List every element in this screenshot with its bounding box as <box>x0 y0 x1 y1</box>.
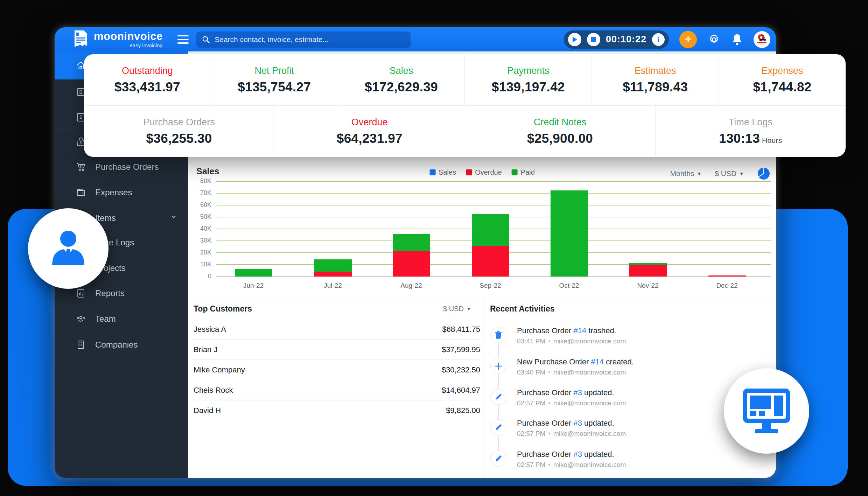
kpi-value: 130:13Hours <box>719 131 782 146</box>
customers-currency-dropdown[interactable]: $ USD▼ <box>443 305 471 313</box>
user-avatar[interactable] <box>754 31 770 48</box>
businessman-badge <box>28 208 108 289</box>
chart-legend: SalesOverduePaid <box>429 168 535 176</box>
global-search[interactable] <box>196 32 411 48</box>
dashboard-badge <box>724 368 809 454</box>
activity-time: 02:57 PM <box>517 430 545 437</box>
period-dropdown[interactable]: Months▼ <box>670 169 702 178</box>
sidebar-item-label: Reports <box>95 288 125 298</box>
y-axis-tick: 50K <box>189 213 211 221</box>
gridline <box>216 240 771 241</box>
kpi-label: Credit Notes <box>534 117 586 128</box>
y-axis-tick: 60K <box>189 201 211 209</box>
kpi-value: $1,744.82 <box>753 80 811 95</box>
legend-item-sales[interactable]: Sales <box>429 168 456 176</box>
kpi-outstanding: Outstanding$33,431.97 <box>84 54 211 105</box>
customer-name: Brian J <box>194 345 217 354</box>
customer-row[interactable]: Mike Company$30,232.50 <box>194 360 480 380</box>
y-axis-tick: 0 <box>189 273 211 280</box>
kpi-label: Time Logs <box>729 117 772 128</box>
activity-user-email: mike@mooninvoice.com <box>553 369 626 376</box>
activity-pencil-icon <box>490 419 506 435</box>
activity-meta: 03:40 PM•mike@mooninvoice.com <box>517 369 626 376</box>
x-axis-tick: Oct-22 <box>545 282 594 289</box>
currency-dropdown[interactable]: $ USD▼ <box>715 169 744 178</box>
activity-time: 02:57 PM <box>517 399 545 407</box>
activity-reference-link[interactable]: #3 <box>573 419 582 427</box>
activity-user-email: mike@mooninvoice.com <box>553 430 626 437</box>
kpi-label: Overdue <box>351 117 388 128</box>
chevron-down-icon: ▼ <box>697 171 701 176</box>
kpi-label: Payments <box>507 65 549 76</box>
gridline <box>216 181 771 182</box>
x-axis-tick: Sep-22 <box>466 282 515 289</box>
search-input[interactable] <box>214 35 405 44</box>
activity-reference-link[interactable]: #14 <box>573 326 586 335</box>
legend-item-paid[interactable]: Paid <box>512 168 535 176</box>
kpi-sales: Sales$172,629.39 <box>338 54 465 105</box>
time-tracker-widget: 00:10:22 i <box>564 30 669 49</box>
search-icon <box>202 35 210 44</box>
y-axis-tick: 20K <box>189 249 211 256</box>
brand-tagline: easy invoicing <box>94 43 163 48</box>
kpi-value: $64,231.97 <box>337 131 402 146</box>
timer-stop-button[interactable] <box>587 33 600 46</box>
hamburger-menu-icon[interactable] <box>177 35 189 44</box>
brand: mooninvoice easy invoicing <box>73 30 163 49</box>
kpi-credit-notes: Credit Notes$25,900.00 <box>465 106 655 157</box>
kpi-label: Outstanding <box>122 65 173 76</box>
customer-row[interactable]: Brian J$37,599.95 <box>194 340 480 360</box>
bar-paid-Nov-22 <box>629 263 667 265</box>
customer-name: Cheis Rock <box>194 386 233 395</box>
legend-item-overdue[interactable]: Overdue <box>466 168 502 176</box>
activity-user-email: mike@mooninvoice.com <box>553 461 626 468</box>
activity-reference-link[interactable]: #14 <box>591 357 604 366</box>
activity-meta: 03:41 PM•mike@mooninvoice.com <box>517 337 626 345</box>
bar-paid-Aug-22 <box>393 234 430 251</box>
settings-gear-icon[interactable] <box>707 33 721 46</box>
kpi-value: $139,197.42 <box>492 80 565 95</box>
activity-user-email: mike@mooninvoice.com <box>553 399 626 407</box>
activity-user-email: mike@mooninvoice.com <box>553 337 626 345</box>
sidebar-item-label: Purchase Orders <box>95 162 159 172</box>
sidebar-item-label: Team <box>95 314 116 324</box>
chevron-down-icon: ⌄ <box>170 209 178 221</box>
kpi-value: $11,789.43 <box>623 80 688 95</box>
sidebar-item-purchase-orders[interactable]: Purchase Orders <box>55 154 188 180</box>
sidebar-item-expenses[interactable]: Expenses <box>55 180 188 205</box>
gridline <box>216 252 771 253</box>
activity-pencil-icon <box>490 389 506 405</box>
sidebar-item-team[interactable]: Team <box>55 306 188 331</box>
bar-paid-Sep-22 <box>472 214 509 246</box>
activity-trash-icon <box>490 327 506 343</box>
timer-play-button[interactable] <box>568 33 581 46</box>
customer-row[interactable]: Cheis Rock$14,604.97 <box>194 380 480 400</box>
kpi-row-1: Outstanding$33,431.97Net Profit$135,754.… <box>84 54 846 106</box>
customer-name: David H <box>194 406 221 415</box>
top-customers-title: Top Customers <box>194 304 252 314</box>
divider <box>484 299 484 478</box>
sidebar-item-companies[interactable]: Companies <box>55 332 188 357</box>
sidebar-item-label: Expenses <box>95 188 132 197</box>
customer-row[interactable]: David H$9,825.00 <box>194 400 480 421</box>
activity-reference-link[interactable]: #3 <box>573 450 582 459</box>
customer-row[interactable]: Jessica A$68,411.75 <box>194 319 480 340</box>
customer-amount: $37,599.95 <box>442 345 480 354</box>
info-icon: i <box>657 35 659 44</box>
timer-info-button[interactable]: i <box>652 33 665 46</box>
activity-text: Purchase Order #3 updated. <box>517 388 614 397</box>
legend-label: Overdue <box>475 168 502 176</box>
customer-amount: $30,232.50 <box>442 365 480 375</box>
legend-label: Paid <box>521 168 535 176</box>
chevron-down-icon: ▼ <box>739 171 744 176</box>
add-new-button[interactable]: + <box>679 31 697 48</box>
notifications-bell-icon[interactable] <box>731 33 743 46</box>
businessman-icon <box>46 226 91 271</box>
pie-chart-toggle-icon[interactable] <box>757 167 770 180</box>
y-axis-tick: 80K <box>189 177 211 185</box>
x-axis-tick: Jul-22 <box>308 282 357 289</box>
customer-amount: $68,411.75 <box>442 325 480 334</box>
activity-reference-link[interactable]: #3 <box>573 388 582 397</box>
x-axis-tick: Aug-22 <box>387 282 436 289</box>
bar-overdue-Sep-22 <box>472 246 509 277</box>
